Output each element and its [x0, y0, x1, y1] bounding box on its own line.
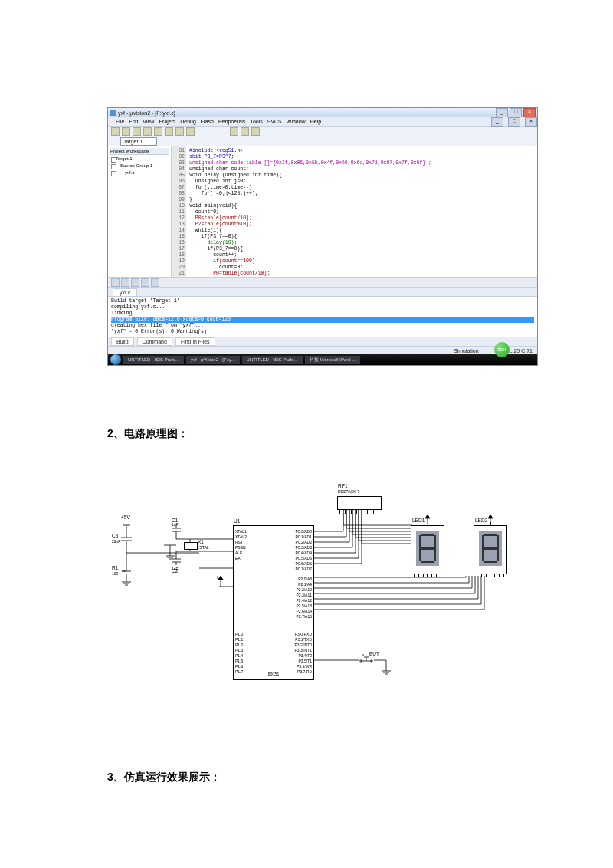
editor-tabs: yxf.c: [108, 287, 537, 296]
undo-icon[interactable]: [175, 127, 184, 136]
paste-icon[interactable]: [165, 127, 173, 136]
pin-label: P3.2/INT0: [294, 643, 312, 648]
menu-debug[interactable]: Debug: [180, 119, 196, 124]
menu-edit[interactable]: Edit: [129, 119, 138, 124]
pin-label: P2.2/A10: [296, 587, 312, 593]
pin-label: P3.3/INT1: [294, 648, 312, 653]
menu-flash[interactable]: Flash: [201, 119, 214, 124]
pin-label: P2.3/A11: [296, 593, 312, 598]
tree-tabs: [108, 277, 537, 287]
pin-label: XTAL2: [235, 534, 247, 540]
mdi-max-button[interactable]: □: [508, 117, 520, 127]
tree-group[interactable]: Source Group 1: [111, 163, 169, 169]
label-c3: C3: [112, 533, 118, 538]
label-led2: LED2: [475, 518, 487, 523]
pin-label: P0.4/AD4: [296, 551, 312, 556]
pin-label: EA: [235, 556, 247, 561]
max-button[interactable]: □: [510, 108, 522, 117]
tree-tab-templ-icon[interactable]: [151, 278, 159, 287]
code-text: #include <reg51.h> sbit P3_7=P3^7; unsig…: [186, 146, 537, 277]
target-dropdown[interactable]: Target 1: [120, 137, 157, 146]
taskbar-item[interactable]: UNTITLED - ISIS Profe...: [242, 356, 303, 364]
status-mode: Simulation: [454, 348, 479, 353]
output-tabs: Build Command Find in Files: [108, 337, 537, 346]
output-line: creating hex file from "yxf"...: [111, 323, 534, 329]
pin-label: P0.5/AD5: [296, 556, 312, 561]
debug-icon[interactable]: [251, 127, 260, 136]
menu-window[interactable]: Window: [287, 119, 306, 124]
taskbar: UNTITLED - ISIS Profe... yxf - µVision2 …: [108, 354, 537, 365]
respack: RP1 RESPACK-7: [337, 496, 382, 510]
tree-tab-regs-icon[interactable]: [121, 278, 129, 287]
pin-label: P1.2: [235, 643, 243, 648]
output-tab-find[interactable]: Find in Files: [175, 337, 215, 346]
pin-label: P0.7/AD7: [296, 567, 312, 572]
output-tab-command[interactable]: Command: [137, 337, 172, 346]
output-line: "yxf" - 0 Error(s), 0 Warning(s).: [111, 329, 534, 335]
menu-file[interactable]: File: [116, 119, 124, 124]
cut-icon[interactable]: [143, 127, 152, 136]
pin-label: P2.4/A12: [296, 598, 312, 603]
output-line: Build target 'Target 1': [111, 298, 534, 304]
close-button[interactable]: ×: [523, 108, 536, 117]
window-title: yxf - µVision2 - [F:\yxf.c]: [118, 110, 175, 116]
tree-tab-files-icon[interactable]: [111, 278, 120, 287]
heading-circuit: 2、电路原理图：: [107, 427, 521, 441]
save-icon[interactable]: [133, 127, 141, 136]
battery-icon: 33%: [494, 342, 510, 357]
new-icon[interactable]: [111, 127, 120, 136]
circuit-diagram: +5V C3 22nF R1 100 C1 1nF C2 1nF X1 CRYS…: [107, 479, 536, 709]
code-editor[interactable]: 0102030405060708091011121314151617181920…: [172, 146, 537, 277]
pin-label: P2.7/A15: [296, 614, 312, 620]
tree-file[interactable]: yxf.c: [111, 169, 169, 176]
redo-icon[interactable]: [186, 127, 195, 136]
output-tab-build[interactable]: Build: [111, 337, 134, 346]
pin-label: PSEN: [235, 545, 247, 551]
menu-view[interactable]: View: [143, 119, 154, 124]
menu-project[interactable]: Project: [159, 119, 175, 124]
push-button-icon: [359, 656, 374, 663]
start-orb-icon[interactable]: [110, 354, 121, 365]
tree-tab-books-icon[interactable]: [131, 278, 139, 287]
menu-peripherals[interactable]: Peripherals: [218, 119, 245, 124]
ide-screenshot: yxf - µVision2 - [F:\yxf.c] _ □ × File E…: [107, 107, 538, 366]
seven-seg-led1: [411, 525, 444, 574]
open-icon[interactable]: [122, 127, 130, 136]
project-tree: Project Workspace Target 1 Source Group …: [108, 146, 172, 277]
label-x1: X1: [198, 539, 204, 544]
respack-name: RP1: [338, 483, 348, 488]
mcu: U1 XTAL1 XTAL2 RST PSEN ALE EA P0.0/AD0 …: [233, 525, 314, 680]
output-highlight: Program Size: data=12.0 xdata=0 code=120: [111, 317, 534, 323]
output-line: compiling yxf.c...: [111, 304, 534, 311]
line-numbers: 0102030405060708091011121314151617181920…: [172, 146, 186, 277]
pin-label: P2.5/A13: [296, 603, 312, 609]
ide-titlebar: yxf - µVision2 - [F:\yxf.c] _ □ ×: [108, 108, 537, 117]
tree-tab-funcs-icon[interactable]: [141, 278, 149, 287]
label-led1: LED1: [412, 518, 425, 523]
taskbar-item[interactable]: yxf - µVision2 - [F:\y...: [186, 356, 240, 364]
menu-svcs[interactable]: SVCS: [267, 119, 282, 124]
label-c2: C2: [172, 568, 178, 574]
menu-help[interactable]: Help: [310, 119, 321, 124]
label-5v: +5V: [121, 515, 130, 520]
pin-label: P0.6/AD6: [296, 561, 312, 567]
editor-tab[interactable]: yxf.c: [113, 288, 137, 296]
ide-toolbar: [108, 126, 537, 136]
ide-toolbar2: Target 1: [108, 136, 537, 146]
pin-label: P1.5: [235, 659, 243, 664]
find-icon[interactable]: [230, 127, 238, 136]
bookmark-icon[interactable]: [241, 127, 249, 136]
pin-label: P0.3/AD3: [296, 545, 312, 551]
pin-label: P2.0/A8: [296, 577, 312, 582]
tree-target[interactable]: Target 1: [111, 156, 169, 163]
taskbar-item[interactable]: 科技 Microsoft Word ...: [305, 356, 361, 364]
copy-icon[interactable]: [154, 127, 162, 136]
pin-label: P3.1/TXD: [294, 637, 312, 643]
output-window: Build target 'Target 1' compiling yxf.c.…: [108, 296, 537, 337]
menu-tools[interactable]: Tools: [250, 119, 262, 124]
min-button[interactable]: _: [496, 108, 508, 117]
taskbar-item[interactable]: UNTITLED - ISIS Profe...: [123, 356, 184, 364]
mdi-close-button[interactable]: ×: [525, 117, 537, 127]
pin-label: P3.4/T0: [294, 653, 312, 659]
mdi-min-button[interactable]: _: [491, 117, 503, 127]
